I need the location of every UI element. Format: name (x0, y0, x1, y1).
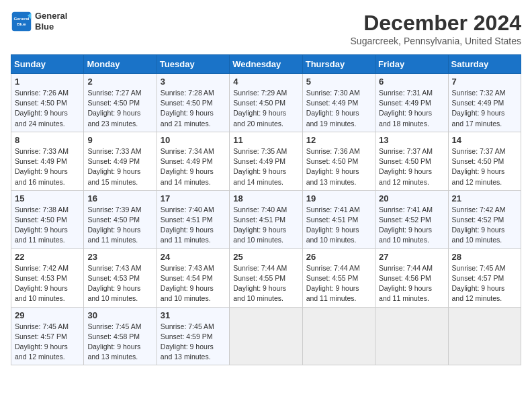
day-number: 5 (306, 77, 371, 87)
calendar-body: 1Sunrise: 7:26 AMSunset: 4:50 PMDaylight… (11, 74, 521, 365)
calendar-cell: 2Sunrise: 7:27 AMSunset: 4:50 PMDaylight… (84, 74, 157, 132)
day-number: 8 (15, 135, 80, 145)
calendar-cell: 17Sunrise: 7:40 AMSunset: 4:51 PMDayligh… (157, 190, 229, 248)
day-number: 10 (161, 135, 226, 145)
day-info: Sunrise: 7:33 AMSunset: 4:49 PMDaylight:… (15, 146, 80, 187)
day-number: 21 (452, 193, 517, 203)
day-number: 3 (161, 77, 226, 87)
calendar-cell: 9Sunrise: 7:33 AMSunset: 4:49 PMDaylight… (84, 132, 157, 190)
calendar-cell: 21Sunrise: 7:42 AMSunset: 4:52 PMDayligh… (448, 190, 521, 248)
day-info: Sunrise: 7:45 AMSunset: 4:57 PMDaylight:… (15, 322, 80, 363)
calendar-cell: 19Sunrise: 7:41 AMSunset: 4:51 PMDayligh… (302, 190, 375, 248)
day-info: Sunrise: 7:26 AMSunset: 4:50 PMDaylight:… (15, 88, 80, 129)
svg-text:Blue: Blue (17, 21, 26, 26)
day-number: 14 (452, 135, 517, 145)
day-number: 25 (233, 252, 298, 262)
calendar-cell: 27Sunrise: 7:44 AMSunset: 4:56 PMDayligh… (375, 248, 448, 307)
calendar-cell: 1Sunrise: 7:26 AMSunset: 4:50 PMDaylight… (11, 74, 84, 132)
day-number: 7 (452, 77, 517, 87)
calendar-cell: 15Sunrise: 7:38 AMSunset: 4:50 PMDayligh… (11, 190, 84, 248)
calendar-week-row: 29Sunrise: 7:45 AMSunset: 4:57 PMDayligh… (11, 307, 521, 365)
day-info: Sunrise: 7:30 AMSunset: 4:49 PMDaylight:… (306, 88, 371, 129)
day-number: 11 (233, 135, 298, 145)
day-info: Sunrise: 7:45 AMSunset: 4:59 PMDaylight:… (161, 322, 226, 363)
day-info: Sunrise: 7:38 AMSunset: 4:50 PMDaylight:… (15, 205, 80, 246)
day-info: Sunrise: 7:45 AMSunset: 4:57 PMDaylight:… (452, 263, 517, 304)
day-info: Sunrise: 7:28 AMSunset: 4:50 PMDaylight:… (161, 88, 226, 129)
page-header: General Blue General Blue December 2024 … (11, 11, 521, 46)
day-number: 15 (15, 193, 80, 203)
calendar-cell: 8Sunrise: 7:33 AMSunset: 4:49 PMDaylight… (11, 132, 84, 190)
day-number: 27 (379, 252, 444, 262)
day-number: 9 (87, 135, 152, 145)
calendar-week-row: 15Sunrise: 7:38 AMSunset: 4:50 PMDayligh… (11, 190, 521, 248)
day-info: Sunrise: 7:39 AMSunset: 4:50 PMDaylight:… (87, 205, 152, 246)
month-title: December 2024 (351, 11, 521, 36)
calendar-cell: 31Sunrise: 7:45 AMSunset: 4:59 PMDayligh… (157, 307, 229, 365)
day-info: Sunrise: 7:37 AMSunset: 4:50 PMDaylight:… (379, 146, 444, 187)
calendar-week-row: 1Sunrise: 7:26 AMSunset: 4:50 PMDaylight… (11, 74, 521, 132)
column-header-friday: Friday (375, 55, 448, 74)
day-info: Sunrise: 7:34 AMSunset: 4:49 PMDaylight:… (161, 146, 226, 187)
day-number: 26 (306, 252, 371, 262)
calendar-cell: 6Sunrise: 7:31 AMSunset: 4:49 PMDaylight… (375, 74, 448, 132)
day-number: 6 (379, 77, 444, 87)
calendar-cell: 20Sunrise: 7:41 AMSunset: 4:52 PMDayligh… (375, 190, 448, 248)
calendar-cell: 13Sunrise: 7:37 AMSunset: 4:50 PMDayligh… (375, 132, 448, 190)
calendar-cell: 16Sunrise: 7:39 AMSunset: 4:50 PMDayligh… (84, 190, 157, 248)
day-number: 30 (87, 310, 152, 320)
calendar-header-row: SundayMondayTuesdayWednesdayThursdayFrid… (11, 55, 521, 74)
calendar-cell: 28Sunrise: 7:45 AMSunset: 4:57 PMDayligh… (448, 248, 521, 307)
day-info: Sunrise: 7:45 AMSunset: 4:58 PMDaylight:… (87, 322, 152, 363)
calendar-cell: 30Sunrise: 7:45 AMSunset: 4:58 PMDayligh… (84, 307, 157, 365)
day-info: Sunrise: 7:36 AMSunset: 4:50 PMDaylight:… (306, 146, 371, 187)
calendar-cell: 22Sunrise: 7:42 AMSunset: 4:53 PMDayligh… (11, 248, 84, 307)
logo-text-line1: General (35, 11, 67, 21)
day-number: 31 (161, 310, 226, 320)
calendar-cell: 5Sunrise: 7:30 AMSunset: 4:49 PMDaylight… (302, 74, 375, 132)
calendar-cell: 12Sunrise: 7:36 AMSunset: 4:50 PMDayligh… (302, 132, 375, 190)
day-number: 22 (15, 252, 80, 262)
title-block: December 2024 Sugarcreek, Pennsylvania, … (351, 11, 521, 46)
day-number: 20 (379, 193, 444, 203)
calendar-cell (302, 307, 375, 365)
day-info: Sunrise: 7:27 AMSunset: 4:50 PMDaylight:… (87, 88, 152, 129)
day-info: Sunrise: 7:44 AMSunset: 4:55 PMDaylight:… (233, 263, 298, 304)
day-info: Sunrise: 7:41 AMSunset: 4:52 PMDaylight:… (379, 205, 444, 246)
day-number: 16 (87, 193, 152, 203)
column-header-wednesday: Wednesday (230, 55, 302, 74)
day-info: Sunrise: 7:42 AMSunset: 4:52 PMDaylight:… (452, 205, 517, 246)
column-header-saturday: Saturday (448, 55, 521, 74)
column-header-tuesday: Tuesday (157, 55, 229, 74)
day-info: Sunrise: 7:40 AMSunset: 4:51 PMDaylight:… (233, 205, 298, 246)
calendar-cell: 14Sunrise: 7:37 AMSunset: 4:50 PMDayligh… (448, 132, 521, 190)
column-header-sunday: Sunday (11, 55, 84, 74)
day-number: 18 (233, 193, 298, 203)
column-header-monday: Monday (84, 55, 157, 74)
day-info: Sunrise: 7:40 AMSunset: 4:51 PMDaylight:… (161, 205, 226, 246)
day-number: 19 (306, 193, 371, 203)
calendar-cell: 18Sunrise: 7:40 AMSunset: 4:51 PMDayligh… (230, 190, 302, 248)
location-title: Sugarcreek, Pennsylvania, United States (351, 36, 521, 46)
calendar-week-row: 8Sunrise: 7:33 AMSunset: 4:49 PMDaylight… (11, 132, 521, 190)
day-info: Sunrise: 7:35 AMSunset: 4:49 PMDaylight:… (233, 146, 298, 187)
day-info: Sunrise: 7:33 AMSunset: 4:49 PMDaylight:… (87, 146, 152, 187)
calendar-cell: 26Sunrise: 7:44 AMSunset: 4:55 PMDayligh… (302, 248, 375, 307)
day-number: 12 (306, 135, 371, 145)
day-info: Sunrise: 7:41 AMSunset: 4:51 PMDaylight:… (306, 205, 371, 246)
svg-text:General: General (13, 16, 29, 21)
calendar-cell (230, 307, 302, 365)
calendar-cell (375, 307, 448, 365)
day-number: 24 (161, 252, 226, 262)
day-number: 29 (15, 310, 80, 320)
day-number: 23 (87, 252, 152, 262)
calendar-cell: 4Sunrise: 7:29 AMSunset: 4:50 PMDaylight… (230, 74, 302, 132)
column-header-thursday: Thursday (302, 55, 375, 74)
day-info: Sunrise: 7:43 AMSunset: 4:54 PMDaylight:… (161, 263, 226, 304)
calendar-cell: 7Sunrise: 7:32 AMSunset: 4:49 PMDaylight… (448, 74, 521, 132)
calendar-week-row: 22Sunrise: 7:42 AMSunset: 4:53 PMDayligh… (11, 248, 521, 307)
calendar-table: SundayMondayTuesdayWednesdayThursdayFrid… (11, 54, 521, 365)
day-number: 4 (233, 77, 298, 87)
calendar-cell: 24Sunrise: 7:43 AMSunset: 4:54 PMDayligh… (157, 248, 229, 307)
calendar-cell: 23Sunrise: 7:43 AMSunset: 4:53 PMDayligh… (84, 248, 157, 307)
